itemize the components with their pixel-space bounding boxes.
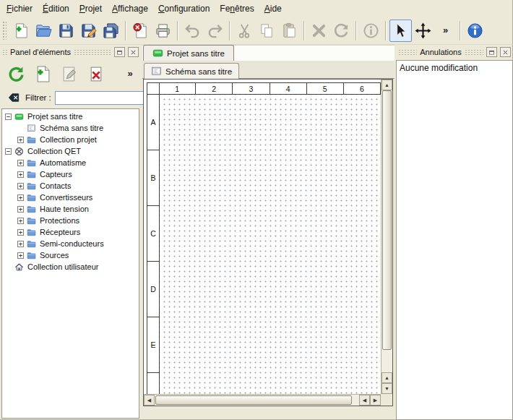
vscroll-track[interactable]: [382, 90, 392, 372]
tree-item-contacts[interactable]: +Contacts: [2, 180, 139, 192]
home-icon: [14, 262, 25, 272]
tree-item-sources[interactable]: +Sources: [2, 249, 139, 261]
save-button[interactable]: [55, 20, 77, 42]
filter-label: Filtrer :: [25, 93, 51, 102]
about-qet-button[interactable]: [464, 20, 486, 42]
clear-filter-button[interactable]: [6, 92, 22, 104]
vscroll-thumb[interactable]: [382, 90, 392, 350]
menu-fenetres[interactable]: Fenêtres: [215, 1, 259, 16]
expander-minus-icon[interactable]: −: [5, 113, 12, 120]
expander-plus-icon[interactable]: +: [17, 252, 24, 259]
expander-plus-icon[interactable]: +: [17, 206, 24, 213]
ruler-corner: [147, 82, 160, 95]
redo-button[interactable]: [204, 20, 226, 42]
scrollbar-corner: [381, 394, 392, 406]
print-button[interactable]: [152, 20, 174, 42]
tree-item-capteurs[interactable]: +Capteurs: [2, 168, 139, 180]
tree-item-semi-conducteurs[interactable]: +Semi-conducteurs: [2, 238, 139, 249]
diagram-info-button[interactable]: [360, 20, 382, 42]
expander-plus-icon[interactable]: +: [17, 137, 24, 143]
tree-item-collection-projet[interactable]: +Collection projet: [2, 134, 139, 145]
float-panel-button[interactable]: [114, 47, 125, 57]
expander-plus-icon[interactable]: +: [17, 218, 24, 224]
elements-panel-titlebar: Panel d'éléments: [0, 45, 141, 59]
delete-element-button[interactable]: [85, 63, 107, 85]
tab-project[interactable]: Projet sans titre: [143, 45, 234, 61]
reload-collections-button[interactable]: [5, 63, 27, 85]
tree-item-schema-sans-titre[interactable]: Schéma sans titre: [2, 122, 139, 134]
scroll-left-button[interactable]: ◀: [144, 395, 155, 406]
qet-icon: [14, 146, 25, 156]
close-file-button[interactable]: [129, 20, 152, 42]
horizontal-scrollbar[interactable]: ◀ ◀ ▶: [144, 394, 381, 406]
float-undo-button[interactable]: [486, 47, 497, 57]
project-tabbar: Projet sans titre: [142, 45, 395, 61]
expander-plus-icon[interactable]: +: [17, 194, 24, 201]
tree-item-haute-tension[interactable]: +Haute tension: [2, 203, 139, 215]
menu-edition[interactable]: Édition: [38, 1, 74, 16]
tree-item-collection-utilisateur[interactable]: Collection utilisateur: [2, 261, 139, 273]
panel-overflow-button[interactable]: »: [124, 63, 136, 85]
column-ruler: 123456: [159, 82, 381, 95]
expander-plus-icon[interactable]: +: [17, 171, 24, 178]
scroll-left-button-2[interactable]: ◀: [359, 395, 370, 406]
page-close-icon: [132, 22, 149, 39]
edit-element-button[interactable]: [59, 63, 80, 85]
menu-projet[interactable]: Projet: [74, 1, 107, 16]
tree-item-collection-qet[interactable]: −Collection QET: [2, 145, 139, 157]
dock-texture: [74, 49, 111, 56]
expander-plus-icon[interactable]: +: [17, 241, 24, 247]
page-plus-icon: [34, 65, 52, 83]
workspace: Projet sans titre Schéma sans titre 1234…: [142, 45, 395, 420]
tree-item-label: Projet sans titre: [27, 112, 82, 121]
scroll-up-button[interactable]: ▲: [381, 80, 392, 90]
expander-minus-icon[interactable]: −: [5, 148, 12, 155]
delete-selection-button[interactable]: [308, 20, 330, 42]
expander-plus-icon[interactable]: +: [17, 160, 24, 166]
hscroll-track[interactable]: [155, 395, 359, 405]
scroll-down-button[interactable]: ▼: [381, 383, 392, 394]
undo-list-item[interactable]: Aucune modification: [397, 61, 512, 75]
tree-item-recepteurs[interactable]: +Récepteurs: [2, 226, 139, 238]
toolbar-drag-handle[interactable]: [2, 21, 7, 40]
tree-item-protections[interactable]: +Protections: [2, 215, 139, 226]
cut-button[interactable]: [233, 20, 256, 42]
paste-button[interactable]: [278, 20, 301, 42]
save-as-button[interactable]: [77, 20, 100, 42]
menu-configuration[interactable]: Configuration: [153, 1, 215, 16]
rotate-selection-button[interactable]: [330, 20, 353, 42]
undo-panel-titlebar: Annulations: [396, 45, 513, 59]
hscroll-thumb[interactable]: [155, 395, 352, 405]
tab-schema[interactable]: Schéma sans titre: [144, 63, 239, 79]
vertical-scrollbar[interactable]: ▲ ▲ ▼: [381, 80, 392, 394]
row-label: E: [147, 317, 159, 373]
undo-icon: [184, 22, 201, 39]
scroll-right-button[interactable]: ▶: [370, 395, 381, 406]
diagram-scene[interactable]: 123456 ABCDE: [144, 80, 381, 394]
folder-icon: [27, 204, 37, 214]
pan-mode-button[interactable]: [412, 20, 434, 42]
tree-item-convertisseurs[interactable]: +Convertisseurs: [2, 192, 139, 203]
tree-item-projet-sans-titre[interactable]: −Projet sans titre: [2, 111, 139, 122]
tree-item-automatisme[interactable]: +Automatisme: [2, 157, 139, 168]
new-project-button[interactable]: [10, 20, 33, 42]
close-panel-button[interactable]: [128, 47, 139, 57]
grid-canvas[interactable]: [160, 95, 381, 394]
expander-plus-icon[interactable]: +: [17, 183, 24, 189]
new-element-button[interactable]: [32, 63, 53, 85]
expander-plus-icon[interactable]: +: [17, 229, 24, 236]
folder-icon: [27, 181, 37, 191]
open-project-button[interactable]: [33, 20, 55, 42]
copy-button[interactable]: [256, 20, 278, 42]
menu-aide[interactable]: Aide: [259, 1, 287, 16]
menu-fichier[interactable]: Fichier: [1, 1, 38, 16]
close-undo-button[interactable]: [500, 47, 511, 57]
undo-button[interactable]: [181, 20, 204, 42]
tab-project-label: Projet sans titre: [167, 49, 225, 58]
toolbar-overflow-button[interactable]: »: [434, 20, 457, 42]
save-all-button[interactable]: [100, 20, 122, 42]
menu-affichage[interactable]: Affichage: [107, 1, 153, 16]
rotate-icon: [333, 22, 350, 39]
scroll-up-button-2[interactable]: ▲: [381, 372, 392, 383]
select-mode-button[interactable]: [389, 20, 412, 42]
